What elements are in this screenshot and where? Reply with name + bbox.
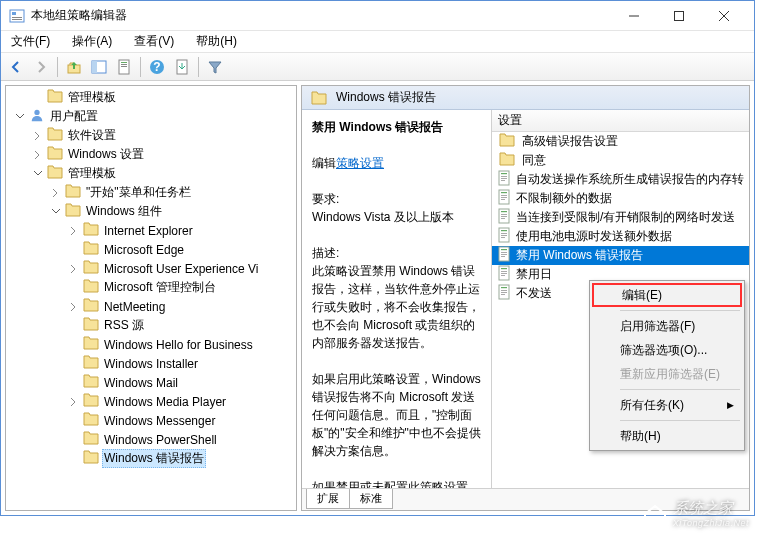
expander-icon[interactable]: [66, 357, 80, 371]
back-button[interactable]: [5, 56, 27, 78]
list-item-label: 不限制额外的数据: [516, 190, 612, 207]
policy-title: 禁用 Windows 错误报告: [312, 120, 443, 134]
help-button[interactable]: ?: [146, 56, 168, 78]
setting-icon: [496, 284, 512, 303]
tree-node[interactable]: Windows Mail: [6, 373, 296, 392]
list-item[interactable]: 不限制额外的数据: [492, 189, 749, 208]
tree-node[interactable]: Internet Explorer: [6, 221, 296, 240]
context-menu-item[interactable]: 筛选器选项(O)...: [592, 338, 742, 362]
svg-rect-10: [121, 64, 127, 65]
tree-node[interactable]: Microsoft User Experience Vi: [6, 259, 296, 278]
close-button[interactable]: [701, 2, 746, 30]
description-p3: 如果禁用或未配置此策略设置，则: [312, 480, 480, 488]
tree-node-label: Microsoft Edge: [102, 243, 186, 257]
context-menu-separator: [620, 310, 740, 311]
list-item[interactable]: 高级错误报告设置: [492, 132, 749, 151]
tree-node[interactable]: Windows Hello for Business: [6, 335, 296, 354]
list-item[interactable]: 同意: [492, 151, 749, 170]
context-menu-item[interactable]: 重新应用筛选器(E): [592, 362, 742, 386]
expander-icon[interactable]: [66, 224, 80, 238]
list-item[interactable]: 禁用 Windows 错误报告: [492, 246, 749, 265]
menu-view[interactable]: 查看(V): [130, 31, 178, 52]
tree-node[interactable]: "开始"菜单和任务栏: [6, 183, 296, 202]
expander-icon[interactable]: [66, 281, 80, 295]
menu-file[interactable]: 文件(F): [7, 31, 54, 52]
tree-node[interactable]: RSS 源: [6, 316, 296, 335]
expander-icon[interactable]: [66, 300, 80, 314]
list-item[interactable]: 当连接到受限制/有开销限制的网络时发送: [492, 208, 749, 227]
expander-icon[interactable]: [12, 110, 26, 124]
tree-node[interactable]: Windows PowerShell: [6, 430, 296, 449]
expander-icon[interactable]: [30, 91, 44, 105]
tree-node-label: Windows PowerShell: [102, 433, 219, 447]
context-menu-item[interactable]: 启用筛选器(F): [592, 314, 742, 338]
tree-node[interactable]: 管理模板: [6, 88, 296, 107]
tree-node-label: Windows Installer: [102, 357, 200, 371]
expander-icon[interactable]: [66, 452, 80, 466]
expander-icon[interactable]: [66, 319, 80, 333]
edit-policy-link[interactable]: 策略设置: [336, 156, 384, 170]
context-menu-item[interactable]: 所有任务(K)▶: [592, 393, 742, 417]
tree-node[interactable]: Microsoft 管理控制台: [6, 278, 296, 297]
list-column-header[interactable]: 设置: [492, 110, 749, 132]
expander-icon[interactable]: [66, 262, 80, 276]
folder-icon: [62, 184, 84, 201]
expander-icon[interactable]: [30, 167, 44, 181]
tree-node[interactable]: Microsoft Edge: [6, 240, 296, 259]
tree-node[interactable]: Windows 错误报告: [6, 449, 296, 468]
expander-icon[interactable]: [30, 148, 44, 162]
expander-icon[interactable]: [30, 129, 44, 143]
expander-icon[interactable]: [66, 376, 80, 390]
expander-icon[interactable]: [66, 414, 80, 428]
tree-node[interactable]: Windows Installer: [6, 354, 296, 373]
tree-node-label: 用户配置: [48, 108, 100, 125]
folder-icon: [44, 89, 66, 106]
svg-text:?: ?: [153, 60, 160, 74]
svg-rect-1: [12, 12, 16, 15]
tree-panel[interactable]: 管理模板用户配置软件设置Windows 设置管理模板"开始"菜单和任务栏Wind…: [5, 85, 297, 511]
forward-button[interactable]: [30, 56, 52, 78]
tree-node[interactable]: Windows 组件: [6, 202, 296, 221]
folder-icon: [80, 317, 102, 334]
export-button[interactable]: [171, 56, 193, 78]
expander-icon[interactable]: [48, 186, 62, 200]
tree-node[interactable]: Windows 设置: [6, 145, 296, 164]
menubar: 文件(F) 操作(A) 查看(V) 帮助(H): [1, 31, 754, 53]
tree-node[interactable]: NetMeeting: [6, 297, 296, 316]
expander-icon[interactable]: [66, 243, 80, 257]
folder-icon: [80, 355, 102, 372]
folder-icon: [80, 431, 102, 448]
properties-button[interactable]: [113, 56, 135, 78]
menu-help[interactable]: 帮助(H): [192, 31, 241, 52]
svg-rect-43: [501, 271, 507, 272]
tree-node-label: RSS 源: [102, 317, 146, 334]
tab-extended[interactable]: 扩展: [306, 489, 350, 509]
list-item-label: 自动发送操作系统所生成错误报告的内存转: [516, 171, 744, 188]
tree-node[interactable]: 用户配置: [6, 107, 296, 126]
tree-node[interactable]: Windows Messenger: [6, 411, 296, 430]
list-item[interactable]: 自动发送操作系统所生成错误报告的内存转: [492, 170, 749, 189]
expander-icon[interactable]: [66, 395, 80, 409]
tab-standard[interactable]: 标准: [349, 489, 393, 509]
folder-icon: [80, 298, 102, 315]
up-button[interactable]: [63, 56, 85, 78]
tree-node[interactable]: 软件设置: [6, 126, 296, 145]
expander-icon[interactable]: [66, 433, 80, 447]
minimize-button[interactable]: [611, 2, 656, 30]
tree-node[interactable]: 管理模板: [6, 164, 296, 183]
tree-node[interactable]: Windows Media Player: [6, 392, 296, 411]
folder-icon: [80, 279, 102, 296]
maximize-button[interactable]: [656, 2, 701, 30]
expander-icon[interactable]: [48, 205, 62, 219]
show-hide-tree-button[interactable]: [88, 56, 110, 78]
filter-button[interactable]: [204, 56, 226, 78]
svg-rect-23: [501, 195, 507, 196]
context-menu-item[interactable]: 帮助(H): [592, 424, 742, 448]
context-menu-item[interactable]: 编辑(E): [592, 283, 742, 307]
expander-icon[interactable]: [66, 338, 80, 352]
list-item-label: 禁用日: [516, 266, 552, 283]
menu-action[interactable]: 操作(A): [68, 31, 116, 52]
folder-icon: [80, 222, 102, 239]
details-header-text: Windows 错误报告: [336, 89, 436, 106]
list-item[interactable]: 使用电池电源时发送额外数据: [492, 227, 749, 246]
